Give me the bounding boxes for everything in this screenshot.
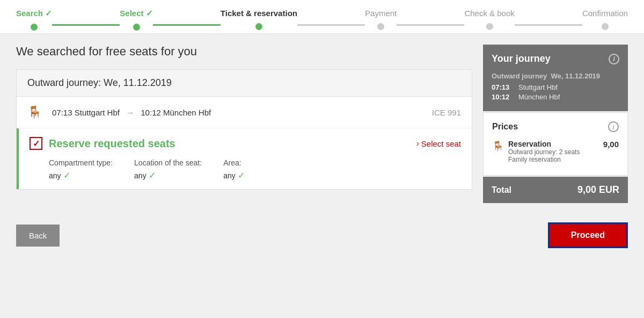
search-intro: We searched for free seats for you — [16, 45, 472, 59]
departure-line: 07:13 Stuttgart Hbf — [492, 83, 619, 91]
step-select-dot — [133, 24, 140, 31]
location-check: ✓ — [149, 170, 156, 180]
total-panel: Total 9,00 EUR — [483, 177, 628, 203]
step-check-dot — [486, 23, 493, 30]
step-payment: Payment — [365, 9, 397, 30]
sidebar-departure-station: Stuttgart Hbf — [518, 83, 558, 91]
your-journey-panel: Your journey i Outward journey We, 11.12… — [483, 45, 628, 111]
departure-time: 07:13 — [52, 108, 72, 117]
arrival-line: 10:12 München Hbf — [492, 93, 619, 101]
compartment-label: Compartment type: — [49, 158, 113, 167]
select-seat-label: Select seat — [421, 139, 461, 148]
back-button[interactable]: Back — [16, 225, 60, 247]
step-confirmation-dot — [602, 23, 609, 30]
journey-section: Outward journey: We, 11.12.2019 🪑 07:13 … — [16, 69, 472, 190]
arrival-time: 10:12 — [141, 108, 161, 117]
train-name: ICE 991 — [432, 108, 461, 117]
location-group: Location of the seat: any ✓ — [134, 158, 202, 180]
left-panel: We searched for free seats for you Outwa… — [16, 45, 472, 203]
total-label: Total — [492, 185, 511, 195]
reservation-label: Reservation — [508, 140, 580, 148]
sidebar-departure-time: 07:13 — [492, 83, 513, 91]
step-select-label: Select ✓ — [120, 9, 152, 18]
price-seat-icon: 🪑 — [492, 140, 504, 152]
progress-bar: Search ✓ Select ✓ Ticket & reservation P… — [0, 0, 644, 34]
route-arrow: → — [126, 108, 136, 117]
seat-options: Compartment type: any ✓ Location of the … — [30, 158, 461, 180]
line-3 — [297, 24, 365, 26]
prices-info-icon[interactable]: i — [608, 121, 619, 132]
reservation-detail1: Outward journey: 2 seats — [508, 148, 580, 156]
select-seat-link[interactable]: › Select seat — [416, 139, 461, 148]
sidebar-arrival-time: 10:12 — [492, 93, 513, 101]
reservation-title-area: ✓ Reserve requested seats — [30, 137, 175, 150]
line-1 — [52, 24, 120, 26]
step-search-dot — [31, 24, 38, 31]
train-route: 07:13 Stuttgart Hbf → 10:12 München Hbf — [52, 108, 423, 117]
step-payment-label: Payment — [365, 9, 397, 18]
arrival-station: München Hbf — [163, 108, 211, 117]
area-check: ✓ — [238, 170, 245, 180]
reservation-card: ✓ Reserve requested seats › Select seat … — [17, 128, 472, 189]
prices-title: Prices — [492, 122, 518, 132]
area-group: Area: any ✓ — [223, 158, 245, 180]
select-seat-arrow: › — [416, 139, 419, 148]
step-confirmation: Confirmation — [582, 9, 628, 30]
compartment-value: any ✓ — [49, 170, 113, 180]
reservation-price-info: 🪑 Reservation Outward journey: 2 seats F… — [492, 140, 580, 163]
your-journey-title: Your journey i — [492, 53, 619, 64]
area-label: Area: — [223, 158, 245, 167]
reservation-price-amount: 9,00 — [603, 140, 619, 149]
buttons-row: Back Proceed — [0, 214, 644, 257]
main-content: We searched for free seats for you Outwa… — [0, 34, 644, 214]
step-check-label: Check & book — [464, 9, 514, 18]
step-ticket-label: Ticket & reservation — [221, 9, 297, 18]
line-2 — [153, 24, 221, 26]
reservation-detail2: Family reservation — [508, 156, 580, 163]
seat-icon: 🪑 — [27, 105, 43, 119]
journey-header: Outward journey: We, 11.12.2019 — [17, 70, 472, 97]
reservation-title: Reserve requested seats — [49, 138, 175, 150]
steps-container: Search ✓ Select ✓ Ticket & reservation P… — [16, 3, 628, 31]
area-value: any ✓ — [223, 170, 245, 180]
step-payment-dot — [377, 23, 384, 30]
step-confirmation-label: Confirmation — [582, 9, 628, 18]
reservation-checkbox[interactable]: ✓ — [30, 137, 42, 150]
total-amount: 9,00 EUR — [577, 184, 619, 196]
location-value: any ✓ — [134, 170, 202, 180]
compartment-check: ✓ — [63, 170, 70, 180]
step-check: Check & book — [464, 9, 514, 30]
journey-info-icon[interactable]: i — [609, 54, 619, 64]
sidebar-arrival-station: München Hbf — [518, 93, 560, 101]
departure-station: Stuttgart Hbf — [75, 108, 120, 117]
line-5 — [515, 24, 582, 26]
step-search: Search ✓ — [16, 9, 52, 31]
step-select: Select ✓ — [120, 9, 152, 31]
step-search-label: Search ✓ — [16, 9, 52, 18]
reservation-header: ✓ Reserve requested seats › Select seat — [30, 137, 461, 150]
outward-label: Outward journey We, 11.12.2019 — [492, 72, 619, 80]
step-ticket-dot — [255, 23, 262, 30]
compartment-group: Compartment type: any ✓ — [49, 158, 113, 180]
location-label: Location of the seat: — [134, 158, 202, 167]
price-item-details: Reservation Outward journey: 2 seats Fam… — [508, 140, 580, 163]
step-ticket: Ticket & reservation — [221, 9, 297, 30]
right-panel: Your journey i Outward journey We, 11.12… — [483, 45, 628, 203]
reservation-price-row: 🪑 Reservation Outward journey: 2 seats F… — [492, 140, 619, 163]
train-card: 🪑 07:13 Stuttgart Hbf → 10:12 München Hb… — [17, 97, 472, 128]
prices-panel: Prices i 🪑 Reservation Outward journey: … — [483, 112, 628, 176]
line-4 — [397, 24, 464, 26]
proceed-button[interactable]: Proceed — [548, 222, 628, 248]
prices-header: Prices i — [492, 121, 619, 132]
